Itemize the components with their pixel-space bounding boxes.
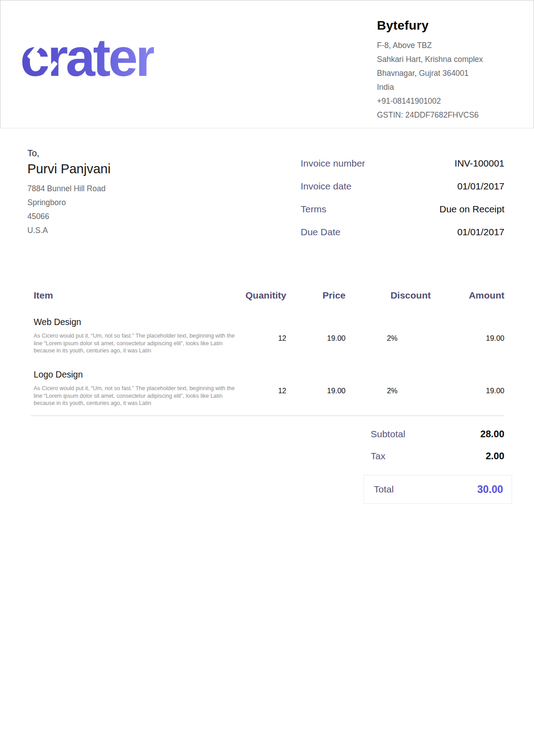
totals-block: Subtotal 28.00 Tax 2.00 bbox=[371, 429, 504, 473]
invoice-header: crater Bytefury F-8, Above TBZ Sahkari H… bbox=[0, 0, 534, 128]
company-address-line: Sahkari Hart, Krishna complex bbox=[377, 53, 525, 66]
item-name: Web Design bbox=[34, 317, 233, 327]
terms-label: Terms bbox=[301, 204, 326, 215]
company-gstin: GSTIN: 24DDF7682FHVCS6 bbox=[377, 108, 525, 122]
items-table-header: Item Quanitity Price Discount Amount bbox=[34, 290, 504, 301]
terms-row: Terms Due on Receipt bbox=[301, 204, 504, 227]
logo-stencil-cut-icon bbox=[185, 54, 202, 74]
column-header-discount: Discount bbox=[346, 290, 431, 301]
item-quantity: 12 bbox=[233, 317, 286, 355]
total-label: Total bbox=[374, 484, 394, 495]
company-address-line: F-8, Above TBZ bbox=[377, 39, 525, 53]
subtotal-row: Subtotal 28.00 bbox=[371, 429, 504, 451]
due-date-label: Due Date bbox=[301, 227, 341, 237]
item-amount: 19.00 bbox=[431, 317, 504, 355]
total-box: Total 30.00 bbox=[363, 475, 512, 504]
item-cell: Logo Design As Cicero would put it, “Um,… bbox=[34, 369, 233, 407]
customer-address-line: Springboro bbox=[27, 196, 216, 210]
total-value: 30.00 bbox=[477, 483, 503, 496]
company-phone: +91-08141901002 bbox=[377, 94, 525, 108]
table-divider bbox=[31, 415, 504, 416]
company-address-line: Bhavnagar, Gujrat 364001 bbox=[377, 66, 525, 80]
invoice-date-row: Invoice date 01/01/2017 bbox=[301, 181, 504, 204]
subtotal-label: Subtotal bbox=[371, 429, 405, 440]
table-row: Web Design As Cicero would put it, “Um, … bbox=[34, 317, 504, 355]
invoice-number-row: Invoice number INV-100001 bbox=[301, 158, 504, 181]
invoice-date-label: Invoice date bbox=[301, 181, 351, 192]
company-address: F-8, Above TBZ Sahkari Hart, Krishna com… bbox=[377, 39, 525, 122]
due-date-value: 01/01/2017 bbox=[457, 227, 504, 237]
invoice-number-value: INV-100001 bbox=[455, 158, 504, 169]
customer-address-line: 7884 Bunnel Hill Road bbox=[27, 182, 216, 196]
tax-label: Tax bbox=[371, 451, 385, 462]
invoice-date-value: 01/01/2017 bbox=[457, 181, 504, 192]
customer-name: Purvi Panjvani bbox=[27, 162, 216, 176]
item-quantity: 12 bbox=[233, 369, 286, 407]
invoice-number-label: Invoice number bbox=[301, 158, 365, 169]
subtotal-value: 28.00 bbox=[480, 429, 504, 440]
terms-value: Due on Receipt bbox=[439, 204, 504, 215]
customer-address-line: 45066 bbox=[27, 210, 216, 224]
item-discount: 2% bbox=[346, 369, 431, 407]
column-header-amount: Amount bbox=[431, 290, 504, 301]
item-description: As Cicero would put it, “Um, not so fast… bbox=[34, 385, 241, 407]
tax-value: 2.00 bbox=[486, 451, 504, 462]
bill-to-label: To, bbox=[27, 148, 216, 158]
item-amount: 19.00 bbox=[431, 369, 504, 407]
due-date-row: Due Date 01/01/2017 bbox=[301, 227, 504, 250]
item-name: Logo Design bbox=[34, 369, 233, 380]
item-discount: 2% bbox=[346, 317, 431, 355]
tax-row: Tax 2.00 bbox=[371, 451, 504, 473]
customer-address: 7884 Bunnel Hill Road Springboro 45066 U… bbox=[27, 182, 216, 237]
item-description: As Cicero would put it, “Um, not so fast… bbox=[34, 332, 241, 355]
column-header-item: Item bbox=[34, 290, 233, 301]
invoice-page: crater Bytefury F-8, Above TBZ Sahkari H… bbox=[0, 0, 534, 756]
invoice-meta-block: Invoice number INV-100001 Invoice date 0… bbox=[301, 158, 504, 250]
item-cell: Web Design As Cicero would put it, “Um, … bbox=[34, 317, 233, 355]
bill-to-block: To, Purvi Panjvani 7884 Bunnel Hill Road… bbox=[27, 148, 216, 237]
company-name: Bytefury bbox=[377, 18, 525, 33]
table-row: Logo Design As Cicero would put it, “Um,… bbox=[34, 369, 504, 407]
company-address-line: India bbox=[377, 80, 525, 94]
crater-logo: crater bbox=[20, 30, 231, 93]
customer-address-line: U.S.A bbox=[27, 224, 216, 237]
column-header-quantity: Quanitity bbox=[233, 290, 286, 301]
column-header-price: Price bbox=[286, 290, 346, 301]
item-price: 19.00 bbox=[286, 317, 346, 355]
company-info-block: Bytefury F-8, Above TBZ Sahkari Hart, Kr… bbox=[377, 18, 525, 122]
item-price: 19.00 bbox=[286, 369, 346, 407]
